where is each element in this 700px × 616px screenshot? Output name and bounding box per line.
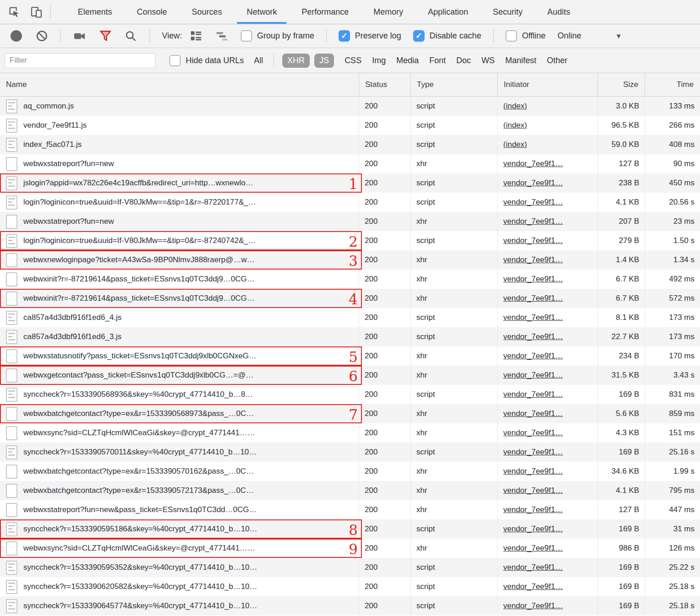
table-row[interactable]: login?loginicon=true&uuid=If-V80JkMw==&t…: [0, 193, 700, 212]
initiator-link[interactable]: vendor_7ee9f1…: [503, 563, 563, 572]
overview-waterfall-icon[interactable]: [215, 29, 229, 43]
initiator-link[interactable]: vendor_7ee9f1…: [503, 544, 563, 553]
initiator-link[interactable]: vendor_7ee9f1…: [503, 198, 563, 207]
table-row[interactable]: login?loginicon=true&uuid=If-V80JkMw==&t…: [0, 231, 700, 250]
device-toolbar-icon[interactable]: [28, 4, 44, 20]
initiator-link[interactable]: vendor_7ee9f1…: [503, 332, 563, 341]
initiator-link[interactable]: vendor_7ee9f1…: [503, 371, 563, 380]
filter-input[interactable]: [5, 53, 156, 68]
tab-performance[interactable]: Performance: [289, 0, 361, 24]
type-filter-all[interactable]: All: [254, 56, 263, 65]
column-header-type[interactable]: Type: [411, 73, 498, 96]
initiator-link[interactable]: vendor_7ee9f1…: [503, 159, 563, 168]
table-row[interactable]: index_f5ac071.js 200 script (index) 59.0…: [0, 135, 700, 154]
table-row[interactable]: webwxstatreport?fun=new 200 xhr vendor_7…: [0, 154, 700, 173]
initiator-link[interactable]: vendor_7ee9f1…: [503, 236, 563, 245]
type-filter-css[interactable]: CSS: [345, 56, 361, 65]
hide-data-urls-checkbox[interactable]: ✓ Hide data URLs: [169, 55, 244, 66]
inspect-element-icon[interactable]: [6, 4, 22, 20]
tab-memory[interactable]: Memory: [361, 0, 415, 24]
type-filter-manifest[interactable]: Manifest: [505, 56, 536, 65]
offline-checkbox[interactable]: ✓ Offline: [506, 30, 546, 42]
initiator-link[interactable]: (index): [503, 121, 527, 130]
type-filter-js[interactable]: JS: [314, 54, 334, 68]
tab-console[interactable]: Console: [124, 0, 179, 24]
filter-funnel-icon[interactable]: [98, 29, 112, 43]
table-row[interactable]: aq_common.js 200 script (index) 3.0 KB 1…: [0, 97, 700, 116]
table-row[interactable]: webwxinit?r=-87219614&pass_ticket=ESsnvs…: [0, 289, 700, 308]
type-filter-xhr[interactable]: XHR: [282, 54, 310, 68]
initiator-link[interactable]: vendor_7ee9f1…: [503, 582, 563, 591]
tab-network[interactable]: Network: [234, 0, 289, 24]
clear-icon[interactable]: [35, 29, 48, 43]
search-icon[interactable]: [124, 29, 138, 43]
initiator-link[interactable]: vendor_7ee9f1…: [503, 217, 563, 226]
type-filter-other[interactable]: Other: [547, 56, 567, 65]
initiator-link[interactable]: vendor_7ee9f1…: [503, 313, 563, 322]
table-row[interactable]: webwxstatreport?fun=new 200 xhr vendor_7…: [0, 212, 700, 231]
throttling-select[interactable]: Online: [558, 31, 582, 41]
initiator-link[interactable]: vendor_7ee9f1…: [503, 486, 563, 495]
initiator-link[interactable]: vendor_7ee9f1…: [503, 601, 563, 611]
initiator-link[interactable]: (index): [503, 102, 527, 111]
large-rows-view-icon[interactable]: [189, 29, 203, 43]
column-header-size[interactable]: Size: [598, 73, 645, 96]
table-row[interactable]: webwxstatreport?fun=new&pass_ticket=ESsn…: [0, 500, 700, 519]
column-header-initiator[interactable]: Initiator: [498, 73, 598, 96]
initiator-link[interactable]: vendor_7ee9f1…: [503, 409, 563, 418]
table-row[interactable]: synccheck?r=1533390568936&skey=%40crypt_…: [0, 385, 700, 404]
tab-elements[interactable]: Elements: [65, 0, 124, 24]
tab-application[interactable]: Application: [415, 0, 480, 24]
table-row[interactable]: webwxsync?sid=CLZTqHcmlWlCeaGi&skey=@cry…: [0, 423, 700, 443]
initiator-link[interactable]: vendor_7ee9f1…: [503, 178, 563, 188]
initiator-link[interactable]: vendor_7ee9f1…: [503, 275, 563, 284]
table-row[interactable]: ca857a4d3dbf916f1ed6_4.js 200 script ven…: [0, 308, 700, 327]
table-row[interactable]: synccheck?r=1533390595186&skey=%40crypt_…: [0, 519, 700, 539]
group-by-frame-checkbox[interactable]: ✓ Group by frame: [241, 30, 314, 42]
script-file-icon: [6, 599, 17, 613]
type-filter-font[interactable]: Font: [429, 56, 446, 65]
disable-cache-checkbox[interactable]: ✓ Disable cache: [413, 30, 481, 42]
tab-audits[interactable]: Audits: [535, 0, 582, 24]
type-filter-media[interactable]: Media: [396, 56, 419, 65]
initiator-link[interactable]: vendor_7ee9f1…: [503, 467, 563, 476]
initiator-link[interactable]: vendor_7ee9f1…: [503, 390, 563, 399]
preserve-log-checkbox[interactable]: ✓ Preserve log: [339, 30, 401, 42]
type-filter-ws[interactable]: WS: [481, 56, 495, 65]
table-row[interactable]: webwxstatusnotify?pass_ticket=ESsnvs1q0T…: [0, 346, 700, 366]
column-header-status[interactable]: Status: [359, 73, 411, 96]
table-row[interactable]: webwxsync?sid=CLZTqHcmlWlCeaGi&skey=@cry…: [0, 539, 700, 558]
record-button[interactable]: [9, 29, 23, 43]
table-row[interactable]: webwxnewloginpage?ticket=A43wSa-9BP0Nlmv…: [0, 250, 700, 270]
table-row[interactable]: webwxbatchgetcontact?type=ex&r=153339057…: [0, 462, 700, 481]
table-row[interactable]: synccheck?r=1533390620582&skey=%40crypt_…: [0, 577, 700, 596]
initiator-link[interactable]: vendor_7ee9f1…: [503, 428, 563, 438]
table-row[interactable]: webwxbatchgetcontact?type=ex&r=153339056…: [0, 404, 700, 423]
type-filter-doc[interactable]: Doc: [456, 56, 471, 65]
table-row[interactable]: synccheck?r=1533390595352&skey=%40crypt_…: [0, 558, 700, 577]
tab-sources[interactable]: Sources: [179, 0, 234, 24]
initiator-link[interactable]: vendor_7ee9f1…: [503, 294, 563, 303]
screenshot-camera-icon[interactable]: [73, 29, 86, 43]
initiator-link[interactable]: vendor_7ee9f1…: [503, 255, 563, 265]
table-row[interactable]: webwxbatchgetcontact?type=ex&r=153339057…: [0, 481, 700, 500]
table-row[interactable]: jslogin?appid=wx782c26e4c19acffb&redirec…: [0, 173, 700, 193]
initiator-link[interactable]: vendor_7ee9f1…: [503, 448, 563, 457]
table-row[interactable]: vendor_7ee9f11.js 200 script (index) 96.…: [0, 116, 700, 135]
table-row[interactable]: synccheck?r=1533390570011&skey=%40crypt_…: [0, 443, 700, 462]
table-row[interactable]: webwxgetcontact?pass_ticket=ESsnvs1q0TC3…: [0, 366, 700, 385]
script-file-icon: [6, 522, 17, 536]
table-row[interactable]: synccheck?r=1533390645774&skey=%40crypt_…: [0, 596, 700, 616]
type-filter-img[interactable]: Img: [372, 56, 386, 65]
column-header-name[interactable]: Name: [0, 73, 359, 96]
initiator-link[interactable]: (index): [503, 140, 527, 149]
column-header-time[interactable]: Time: [645, 73, 700, 96]
size-cell: 169 B: [598, 596, 645, 616]
chevron-down-icon[interactable]: ▼: [615, 32, 622, 40]
table-row[interactable]: ca857a4d3dbf916f1ed6_3.js 200 script ven…: [0, 327, 700, 346]
initiator-link[interactable]: vendor_7ee9f1…: [503, 524, 563, 534]
initiator-link[interactable]: vendor_7ee9f1…: [503, 351, 563, 361]
initiator-link[interactable]: vendor_7ee9f1…: [503, 505, 563, 514]
tab-security[interactable]: Security: [480, 0, 535, 24]
table-row[interactable]: webwxinit?r=-87219614&pass_ticket=ESsnvs…: [0, 270, 700, 289]
